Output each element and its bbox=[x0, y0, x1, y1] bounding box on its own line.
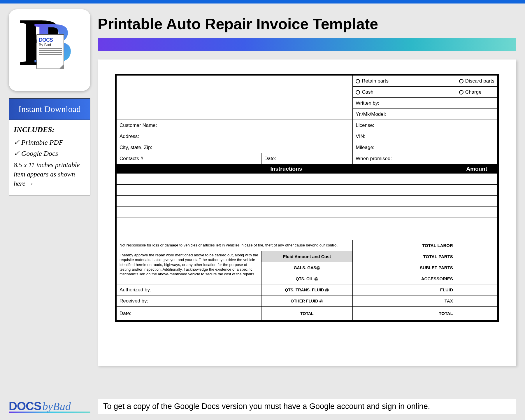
includes-item-pdf: ✓ Printable PDF bbox=[14, 138, 85, 146]
invoice-table: Retain parts Discard parts Cash Charge W… bbox=[115, 74, 499, 322]
top-bar bbox=[0, 0, 525, 4]
amount-row bbox=[456, 196, 497, 207]
document-preview: Retain parts Discard parts Cash Charge W… bbox=[98, 60, 516, 366]
discard-label: Discard parts bbox=[465, 78, 494, 84]
qts-oil-cell: QTS. OIL @ bbox=[261, 273, 353, 284]
includes-title: INCLUDES: bbox=[14, 125, 85, 134]
when-promised-cell: When promised: bbox=[353, 153, 498, 164]
yr-mk-model-cell: Yr./Mk/Model: bbox=[353, 109, 498, 120]
charge-cell: Charge bbox=[456, 87, 497, 98]
gals-gas-cell: GALS. GAS@ bbox=[261, 262, 353, 273]
radio-icon bbox=[356, 90, 360, 94]
includes-item-gdocs: ✓ Google Docs bbox=[14, 149, 85, 158]
discard-parts-cell: Discard parts bbox=[456, 76, 497, 87]
gradient-bar bbox=[98, 38, 516, 51]
address-cell: Address: bbox=[117, 131, 353, 142]
city-state-zip-cell: City, state, Zip: bbox=[117, 142, 353, 153]
other-fluid-cell: OTHER FLUID @ bbox=[261, 295, 353, 307]
amount-row bbox=[456, 185, 497, 196]
contacts-cell: Contacts # bbox=[117, 153, 261, 164]
disclaimer-text: Not responsible for loss or damage to ve… bbox=[117, 240, 353, 251]
instruction-row bbox=[117, 185, 456, 196]
cash-cell: Cash bbox=[353, 87, 456, 98]
footer: DOCSbyBud To get a copy of the Google Do… bbox=[9, 399, 516, 414]
radio-icon bbox=[459, 79, 463, 83]
amount-row bbox=[456, 174, 497, 185]
amount-row bbox=[456, 207, 497, 218]
customer-name-cell: Customer Name: bbox=[117, 120, 353, 131]
fluid-value bbox=[456, 284, 497, 295]
instructions-header: Instructions bbox=[117, 164, 456, 174]
page-title: Printable Auto Repair Invoice Template bbox=[98, 15, 516, 33]
includes-box: INCLUDES: ✓ Printable PDF ✓ Google Docs … bbox=[9, 120, 90, 195]
instruction-row bbox=[117, 218, 456, 229]
date2-cell: Date: bbox=[117, 307, 261, 321]
approval-text: I hereby approve the repair work mention… bbox=[117, 251, 261, 284]
received-by-cell: Received by: bbox=[117, 295, 261, 307]
logo-bybud-text: By Bud bbox=[39, 43, 62, 47]
total-parts-label: TOTAL PARTS bbox=[353, 251, 456, 262]
logo-box: B B DOCS By Bud bbox=[9, 9, 90, 91]
amount-header: Amount bbox=[456, 164, 497, 174]
tax-value bbox=[456, 295, 497, 307]
grand-total-value bbox=[456, 307, 497, 321]
accessories-label: ACCESSORIES bbox=[353, 273, 456, 284]
retain-parts-cell: Retain parts bbox=[353, 76, 456, 87]
qts-trans-cell: QTS. TRANS. FLUID @ bbox=[261, 284, 353, 295]
logo-docs-text: DOCS bbox=[39, 37, 62, 43]
instant-download-badge: Instant Download bbox=[9, 98, 90, 120]
radio-icon bbox=[459, 90, 463, 94]
instruction-row bbox=[117, 229, 456, 240]
includes-description: 8.5 x 11 inches printable item appears a… bbox=[14, 160, 85, 189]
instruction-row bbox=[117, 196, 456, 207]
authorized-by-cell: Authorized by: bbox=[117, 284, 261, 295]
total-labor-label: TOTAL LABOR bbox=[353, 240, 456, 251]
date-cell: Date: bbox=[261, 153, 353, 164]
footer-bybud-text: byBud bbox=[43, 400, 71, 412]
sublet-parts-value bbox=[456, 262, 497, 273]
footer-logo: DOCSbyBud bbox=[9, 400, 90, 413]
license-cell: License: bbox=[353, 120, 498, 131]
amount-row bbox=[456, 229, 497, 240]
footer-docs-text: DOCS bbox=[9, 400, 41, 412]
fluid-label: FLUID bbox=[353, 284, 456, 295]
main-container: B B DOCS By Bud Instant Download INCLUDE… bbox=[0, 4, 525, 369]
fluid-header: Fluid Amount and Cost bbox=[261, 251, 353, 262]
sidebar: B B DOCS By Bud Instant Download INCLUDE… bbox=[9, 9, 90, 366]
tax-label: TAX bbox=[353, 295, 456, 307]
vin-cell: VIN: bbox=[353, 131, 498, 142]
logo-document-icon: DOCS By Bud bbox=[36, 34, 64, 69]
grand-total-label: TOTAL bbox=[353, 307, 456, 321]
instruction-row bbox=[117, 207, 456, 218]
main-content: Printable Auto Repair Invoice Template R… bbox=[98, 9, 516, 366]
accessories-value bbox=[456, 273, 497, 284]
written-by-cell: Written by: bbox=[353, 98, 498, 109]
radio-icon bbox=[356, 79, 360, 83]
footer-message: To get a copy of the Google Docs version… bbox=[98, 399, 516, 414]
total-labor-value bbox=[456, 240, 497, 251]
amount-row bbox=[456, 218, 497, 229]
instruction-row bbox=[117, 174, 456, 185]
logo-graphic: B B DOCS By Bud bbox=[20, 18, 79, 82]
mileage-cell: Mileage: bbox=[353, 142, 498, 153]
charge-label: Charge bbox=[465, 89, 482, 95]
sublet-parts-label: SUBLET PARTS bbox=[353, 262, 456, 273]
cash-label: Cash bbox=[362, 89, 373, 95]
fluid-total-cell: TOTAL bbox=[261, 307, 353, 321]
retain-label: Retain parts bbox=[362, 78, 389, 84]
total-parts-value bbox=[456, 251, 497, 262]
